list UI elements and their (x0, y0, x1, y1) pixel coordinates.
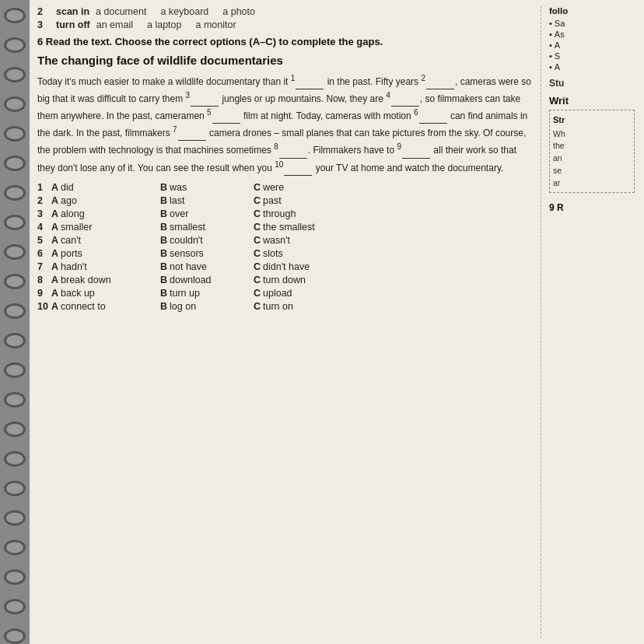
choices-grid: 1 Adid Bwas Cwere 2 Aago Blast Cpast 3 A… (37, 182, 534, 312)
choice-b: Bdownload (160, 275, 254, 285)
right-col-follow: follo (549, 6, 635, 16)
spiral-ring (4, 481, 26, 496)
right-col-stu: Stu (549, 78, 635, 89)
row-num: 3 (37, 19, 48, 30)
spiral-ring (4, 37, 26, 53)
choice-a: Aalong (51, 208, 160, 219)
choice-c: Cturn on (254, 301, 347, 312)
choice-num: 5 (37, 235, 50, 246)
choice-num: 7 (37, 261, 50, 272)
top-row: 2scan ina documenta keyboarda photo (37, 6, 534, 17)
choice-row: 5 Acan't Bcouldn't Cwasn't (37, 235, 534, 246)
page-content: 2scan ina documenta keyboarda photo3turn… (30, 0, 644, 644)
choice-c: Cdidn't have (254, 261, 347, 272)
option-text: a keyboard (160, 6, 208, 17)
bullet-1: Sa (549, 19, 635, 28)
str-body: Whtheansear (553, 128, 631, 190)
choice-num: 8 (37, 275, 50, 285)
spiral-ring (4, 126, 26, 142)
spiral-binding (0, 0, 30, 644)
choice-row: 4 Asmaller Bsmallest Cthe smallest (37, 222, 534, 233)
choice-b: Bover (160, 208, 254, 219)
row-keyword: scan in (56, 6, 89, 17)
option-text: a photo (222, 6, 255, 17)
spiral-ring (4, 628, 26, 644)
choice-num: 10 (37, 301, 50, 312)
bullet-3: A (549, 40, 635, 50)
choice-c: Cwasn't (254, 235, 347, 246)
bullet-5: A (549, 62, 635, 72)
choice-b: Bnot have (160, 261, 254, 272)
spiral-ring (4, 540, 26, 555)
choice-b: Bturn up (160, 288, 254, 299)
choice-c: Cthe smallest (254, 222, 347, 233)
choice-row: 2 Aago Blast Cpast (37, 195, 534, 206)
section6-header: 6 Read the text. Choose the correct opti… (37, 35, 534, 49)
spiral-ring (4, 303, 26, 319)
choice-num: 2 (37, 195, 50, 206)
choice-b: Bsmallest (160, 222, 254, 233)
right-col-write-section: Writ Str Whtheansear (549, 95, 635, 193)
section6-header-text: 6 Read the text. Choose the correct opti… (37, 36, 383, 47)
top-row: 3turn offan emaila laptopa monitor (37, 19, 534, 30)
spiral-ring (4, 215, 26, 230)
choice-row: 10 Aconnect to Blog on Cturn on (37, 301, 534, 312)
choice-b: Bsensors (160, 248, 254, 259)
choice-c: Cpast (254, 195, 347, 206)
choice-c: Cthrough (254, 208, 347, 219)
choice-row: 3 Aalong Bover Cthrough (37, 208, 534, 219)
top-rows: 2scan ina documenta keyboarda photo3turn… (37, 6, 534, 30)
spiral-ring (4, 244, 26, 260)
stu-label: Stu (549, 78, 635, 89)
choice-b: Blast (160, 195, 254, 206)
spiral-ring (4, 569, 26, 585)
spiral-ring (4, 96, 26, 112)
choice-num: 3 (37, 208, 50, 219)
article-title: The changing face of wildlife documentar… (37, 53, 534, 68)
left-column: 2scan ina documenta keyboarda photo3turn… (37, 6, 541, 638)
spiral-ring (4, 392, 26, 408)
choice-row: 1 Adid Bwas Cwere (37, 182, 534, 193)
option-text: a document (96, 6, 146, 17)
spiral-ring (4, 333, 26, 348)
article-title-text: The changing face of wildlife documentar… (37, 54, 283, 67)
spiral-ring (4, 510, 26, 526)
choice-a: Aconnect to (51, 301, 160, 312)
choice-b: Bwas (160, 182, 254, 193)
choice-row: 7 Ahadn't Bnot have Cdidn't have (37, 261, 534, 272)
choice-num: 1 (37, 182, 50, 193)
spiral-ring (4, 422, 26, 437)
choice-b: Bcouldn't (160, 235, 254, 246)
row-num: 2 (37, 6, 48, 17)
choice-row: 8 Abreak down Bdownload Cturn down (37, 275, 534, 285)
choice-num: 6 (37, 248, 50, 259)
spiral-ring (4, 8, 26, 23)
choice-c: Cupload (254, 288, 347, 299)
choice-row: 9 Aback up Bturn up Cupload (37, 288, 534, 299)
choice-a: Aports (51, 248, 160, 259)
choice-num: 9 (37, 288, 50, 299)
choice-row: 6 Aports Bsensors Cslots (37, 248, 534, 259)
spiral-ring (4, 185, 26, 201)
choice-a: Adid (51, 182, 160, 193)
row-keyword: turn off (56, 19, 90, 30)
choice-a: Ahadn't (51, 261, 160, 272)
choice-a: Asmaller (51, 222, 160, 233)
write-label: Writ (549, 95, 635, 107)
choice-a: Aago (51, 195, 160, 206)
bullet-2: As (549, 30, 635, 39)
choice-c: Cslots (254, 248, 347, 259)
spiral-ring (4, 599, 26, 614)
article-body: Today it's much easier to make a wildlif… (37, 72, 534, 176)
str-box: Str Whtheansear (549, 110, 635, 193)
choice-num: 4 (37, 222, 50, 233)
spiral-ring (4, 156, 26, 171)
bullet-4: S (549, 51, 635, 61)
spiral-ring (4, 274, 26, 289)
row-options: a documenta keyboarda photo (96, 6, 255, 17)
spiral-ring (4, 67, 26, 82)
spiral-ring (4, 451, 26, 467)
row-options: an emaila laptopa monitor (96, 19, 236, 30)
choice-a: Acan't (51, 235, 160, 246)
option-text: a monitor (195, 19, 236, 30)
